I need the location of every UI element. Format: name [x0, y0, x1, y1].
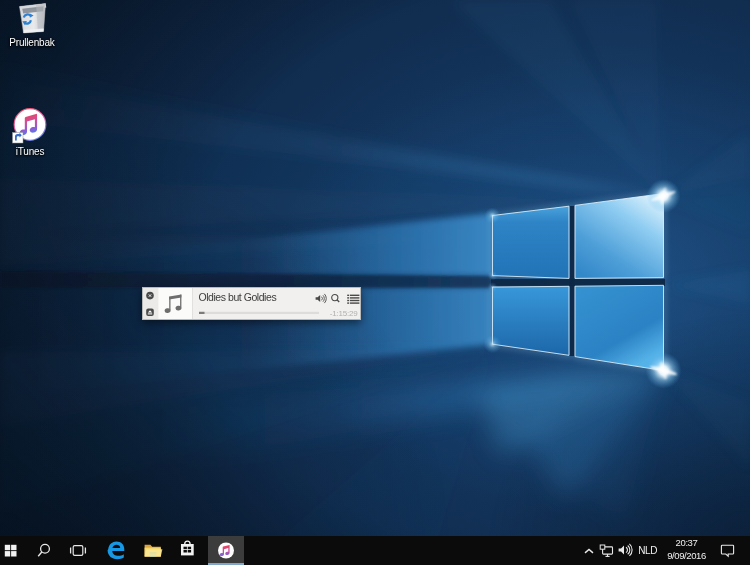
svg-text:NLD: NLD — [638, 545, 657, 556]
svg-text:9/09/2016: 9/09/2016 — [667, 550, 706, 561]
svg-text:Oldies but Goldies: Oldies but Goldies — [199, 291, 277, 303]
svg-text:-1:15:29: -1:15:29 — [330, 309, 359, 318]
svg-text:20:37: 20:37 — [676, 537, 698, 548]
